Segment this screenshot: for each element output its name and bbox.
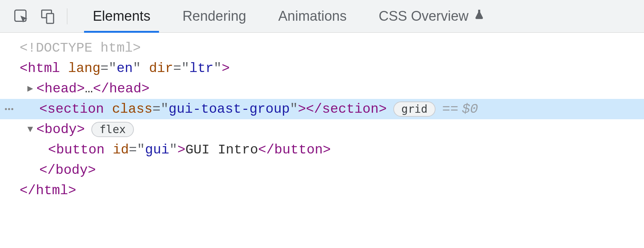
attr-name: lang <box>68 58 100 79</box>
tab-label: Animations <box>278 8 347 24</box>
svg-rect-2 <box>47 13 53 23</box>
tag-name: button <box>56 140 104 160</box>
attr-value: ltr <box>189 58 214 79</box>
toolbar-divider <box>67 8 67 24</box>
doctype-text: <!DOCTYPE html> <box>20 38 141 58</box>
svg-point-3 <box>5 108 7 110</box>
dom-close-html[interactable]: </html> <box>0 180 644 201</box>
tag-name: html <box>36 180 68 201</box>
dom-node-button[interactable]: <button id="gui"> GUI Intro </button> <box>0 140 644 160</box>
dom-node-html[interactable]: <html lang="en" dir="ltr"> <box>0 58 644 79</box>
elements-dom-tree[interactable]: <!DOCTYPE html> <html lang="en" dir="ltr… <box>0 33 644 201</box>
attr-value: gui-toast-group <box>168 99 290 119</box>
panel-tabs: Elements Rendering Animations CSS Overvi… <box>77 0 501 32</box>
text-content: GUI Intro <box>186 140 258 160</box>
tab-label: Elements <box>93 8 150 24</box>
dom-node-body[interactable]: <body> flex <box>0 119 644 140</box>
tab-animations[interactable]: Animations <box>262 0 363 32</box>
tag-name: body <box>44 119 77 140</box>
svg-point-4 <box>8 108 10 110</box>
tag-name: body <box>55 160 88 180</box>
tab-elements[interactable]: Elements <box>77 0 166 32</box>
flask-icon <box>473 9 485 24</box>
dom-node-section-selected[interactable]: <section class="gui-toast-group"></secti… <box>0 99 644 119</box>
attr-name: dir <box>149 58 173 79</box>
tag-name: head <box>44 79 77 99</box>
dom-doctype[interactable]: <!DOCTYPE html> <box>0 38 644 58</box>
tab-rendering[interactable]: Rendering <box>166 0 262 32</box>
tag-name: html <box>28 58 60 79</box>
console-reference: ==$0 <box>442 99 478 119</box>
tab-label: CSS Overview <box>379 8 469 24</box>
attr-value: en <box>117 58 133 79</box>
inspect-element-icon[interactable] <box>11 6 31 27</box>
svg-point-5 <box>11 108 13 110</box>
device-toolbar-icon[interactable] <box>37 6 57 27</box>
tab-label: Rendering <box>182 8 246 24</box>
devtools-toolbar: Elements Rendering Animations CSS Overvi… <box>0 0 644 33</box>
expand-toggle-icon[interactable] <box>24 119 36 140</box>
dom-node-head[interactable]: <head>…</head> <box>0 79 644 99</box>
attr-name: class <box>112 99 152 119</box>
attr-name: id <box>113 140 129 160</box>
layout-badge[interactable]: flex <box>91 122 134 137</box>
layout-badge[interactable]: grid <box>393 101 436 117</box>
collapsed-ellipsis: … <box>85 79 93 99</box>
tag-name: section <box>47 99 104 119</box>
expand-toggle-icon[interactable] <box>24 79 36 99</box>
dom-close-body[interactable]: </body> <box>0 160 644 180</box>
more-actions-icon[interactable] <box>4 99 15 119</box>
attr-value: gui <box>145 140 170 160</box>
tab-css-overview[interactable]: CSS Overview <box>363 0 501 32</box>
